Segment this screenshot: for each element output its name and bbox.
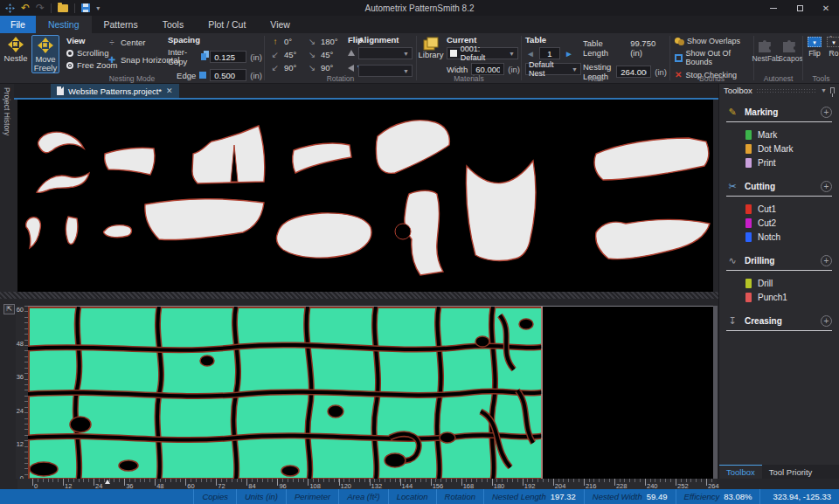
scapos-button[interactable]: Scapos xyxy=(779,35,802,73)
tool-item[interactable]: Cut1 xyxy=(726,202,832,216)
section-title: Cutting xyxy=(745,182,775,191)
tool-item[interactable]: Drill xyxy=(726,276,832,290)
flip-tool-button[interactable]: ▾ Flip xyxy=(805,35,824,73)
table-number-input[interactable] xyxy=(539,47,560,59)
window-title: Autometrix PatternSmith 8.2 xyxy=(0,3,839,13)
vertical-scrollbar[interactable] xyxy=(713,306,718,479)
tool-label: Cut2 xyxy=(758,218,776,228)
document-tab-bar: Website Patterns.project* ✕ xyxy=(14,84,718,100)
tool-item[interactable]: Print xyxy=(726,155,832,169)
collapse-ribbon-icon[interactable]: ⌃ xyxy=(828,35,834,43)
document-tab[interactable]: Website Patterns.project* ✕ xyxy=(51,84,179,98)
tab-patterns[interactable]: Patterns xyxy=(92,16,150,33)
app-window: ↶ ↷ ▾ Autometrix PatternSmith 8.2 ✕ File… xyxy=(0,0,839,504)
current-material-dropdown[interactable]: 0001: Default ▼ xyxy=(447,47,518,59)
toolbox-header[interactable]: Toolbox ▼ xyxy=(719,84,839,97)
open-folder-icon[interactable] xyxy=(58,4,68,12)
add-tool-button[interactable]: + xyxy=(821,315,832,327)
patterns-canvas[interactable] xyxy=(17,100,713,292)
undo-icon[interactable]: ↶ xyxy=(21,3,30,12)
minimize-button[interactable] xyxy=(760,0,787,16)
group-label: Nest xyxy=(522,74,669,83)
nestle-button[interactable]: Nestle xyxy=(2,35,30,73)
nest-move-icon[interactable] xyxy=(5,3,15,13)
tool-item[interactable]: Mark xyxy=(726,128,832,142)
rotate-45-ccw-button[interactable]: ↙45° xyxy=(270,50,296,59)
tool-item[interactable]: Punch1 xyxy=(726,290,832,304)
table-prev-icon[interactable]: ◄ xyxy=(525,49,536,59)
menu-bar: File Nesting Patterns Tools Plot / Cut V… xyxy=(0,16,839,33)
show-overlaps-button[interactable]: Show Overlaps xyxy=(675,37,753,45)
tool-label: Notch xyxy=(758,232,780,242)
flip-vertical-icon xyxy=(348,65,354,72)
qat-dropdown-icon[interactable]: ▾ xyxy=(96,4,100,12)
add-tool-button[interactable]: + xyxy=(821,107,832,118)
tool-item[interactable]: Dot Mark xyxy=(726,142,832,155)
ruler-label: 60 xyxy=(17,306,24,314)
rotate-0-button[interactable]: ↑0° xyxy=(270,37,296,46)
rotate-90-ccw-button[interactable]: ↙90° xyxy=(270,63,296,72)
maximize-button[interactable] xyxy=(787,0,813,16)
redo-icon: ↷ xyxy=(36,3,45,12)
tab-view[interactable]: View xyxy=(258,16,302,33)
tool-item[interactable]: Notch xyxy=(726,230,832,244)
toolbox-bottom-tabs: ToolboxTool Priority xyxy=(719,465,839,479)
show-out-of-bounds-button[interactable]: Show Out Of Bounds xyxy=(675,49,753,66)
project-history-tab[interactable]: Project History xyxy=(3,87,11,135)
add-tool-button[interactable]: + xyxy=(821,181,832,192)
toolbox-section-marking[interactable]: ✎Marking+ xyxy=(726,104,832,120)
nestfab-button[interactable]: NestFab xyxy=(754,35,778,73)
table-next-icon[interactable]: ► xyxy=(564,49,574,59)
table-length-value: 99.750 (in) xyxy=(630,38,667,58)
group-label: Tools xyxy=(803,74,839,83)
panel-grip[interactable] xyxy=(756,88,817,93)
pin-icon[interactable] xyxy=(830,87,835,93)
rotate-45-cw-button[interactable]: ↘45° xyxy=(307,50,338,59)
panel-tab-toolbox[interactable]: Toolbox xyxy=(719,465,762,479)
library-button[interactable]: Library xyxy=(419,35,443,73)
save-icon[interactable] xyxy=(81,3,90,12)
library-icon xyxy=(423,37,439,51)
tool-color-chip xyxy=(745,130,752,140)
pane-splitter[interactable] xyxy=(0,292,839,299)
toolbox-section-cutting[interactable]: ✂Cutting+ xyxy=(726,178,832,194)
nest-select-dropdown[interactable]: Default Nest▼ xyxy=(525,63,581,75)
status-field: 323.94, -125.33 xyxy=(759,489,839,504)
inter-copy-input[interactable] xyxy=(210,51,246,63)
quick-access-toolbar: ↶ ↷ ▾ xyxy=(0,3,100,13)
rotate-180-button[interactable]: ↘180° xyxy=(307,37,338,46)
toolbox-section-drilling[interactable]: ∿Drilling+ xyxy=(726,252,832,268)
divider xyxy=(51,3,52,13)
tool-label: Print xyxy=(758,158,776,168)
status-field: Copies xyxy=(193,489,236,504)
tool-color-chip xyxy=(745,158,752,168)
nest-canvas[interactable] xyxy=(28,306,713,479)
group-label: Bounds xyxy=(670,74,753,83)
tab-file[interactable]: File xyxy=(0,16,36,33)
tab-tools[interactable]: Tools xyxy=(150,16,197,33)
add-tool-button[interactable]: + xyxy=(821,255,832,266)
rotate-90-cw-button[interactable]: ↘90° xyxy=(307,63,338,72)
tab-nesting[interactable]: Nesting xyxy=(36,16,92,33)
panel-menu-icon[interactable]: ▼ xyxy=(821,87,827,93)
patterns-canvas-svg xyxy=(17,100,713,292)
status-field: Nested Length197.32 xyxy=(483,489,584,504)
alignment-dropdown-1[interactable]: ▼ xyxy=(358,47,413,59)
panel-tab-tool-priority[interactable]: Tool Priority xyxy=(762,465,820,479)
material-width-input[interactable] xyxy=(471,63,504,75)
ruler-origin-button[interactable]: ⇱ xyxy=(3,304,15,314)
group-label: Rotation xyxy=(265,74,416,83)
ruler-label: 24 xyxy=(17,407,24,415)
tool-color-chip xyxy=(745,232,752,242)
move-freely-button[interactable]: Move Freely xyxy=(31,35,59,73)
nest-pane: ⇱ 60483624120 xyxy=(0,299,718,479)
close-tab-icon[interactable]: ✕ xyxy=(166,86,173,95)
document-icon xyxy=(57,86,64,95)
tool-item[interactable]: Cut2 xyxy=(726,216,832,230)
close-button[interactable]: ✕ xyxy=(813,0,839,16)
toolbox-section-creasing[interactable]: ↧Creasing+ xyxy=(726,313,832,328)
group-nest: Table ◄ ► Default Nest▼ Table Length 99.… xyxy=(522,33,669,84)
spacing-heading: Spacing xyxy=(168,35,262,45)
tab-plot-cut[interactable]: Plot / Cut xyxy=(196,16,258,33)
status-field: Perimeter xyxy=(286,489,338,504)
